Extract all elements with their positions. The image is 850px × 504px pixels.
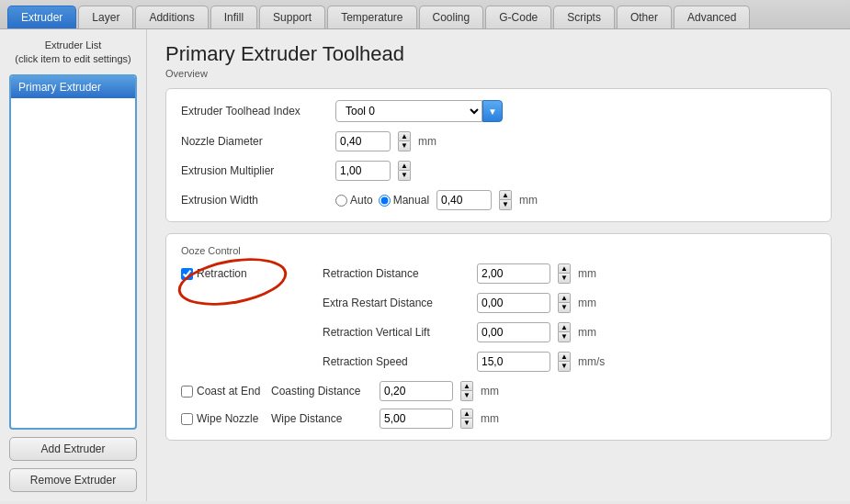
retraction-speed-up[interactable]: ▲: [558, 352, 571, 362]
wipe-distance-stepper[interactable]: ▲ ▼: [460, 409, 473, 429]
extrusion-multiplier-input[interactable]: [335, 161, 391, 181]
toolhead-index-row: Extruder Toolhead Index Tool 0 ▼: [181, 100, 816, 122]
wipe-nozzle-row: Wipe Nozzle Wipe Distance ▲ ▼ mm: [181, 409, 816, 429]
wipe-nozzle-checkbox[interactable]: [181, 413, 193, 425]
bottom-rows: Coast at End Coasting Distance ▲ ▼ mm Wi…: [181, 381, 816, 429]
wipe-distance-unit: mm: [481, 412, 499, 425]
retraction-vertical-up[interactable]: ▲: [558, 322, 571, 332]
extrusion-width-input[interactable]: [436, 190, 492, 210]
nozzle-diameter-label: Nozzle Diameter: [181, 135, 328, 148]
nozzle-diameter-down[interactable]: ▼: [398, 141, 411, 151]
retraction-vertical-row: Retraction Vertical Lift ▲ ▼ mm: [323, 322, 816, 342]
retraction-distance-label: Retraction Distance: [323, 267, 470, 280]
retraction-distance-unit: mm: [578, 267, 596, 280]
extra-restart-unit: mm: [578, 297, 596, 309]
nozzle-diameter-row: Nozzle Diameter ▲ ▼ mm: [181, 131, 816, 151]
extra-restart-down[interactable]: ▼: [558, 303, 571, 313]
extrusion-width-auto-label[interactable]: Auto: [335, 194, 373, 207]
retraction-speed-stepper[interactable]: ▲ ▼: [558, 352, 571, 372]
wipe-distance-up[interactable]: ▲: [460, 409, 473, 419]
tab-additions[interactable]: Additions: [135, 6, 208, 28]
tab-infill[interactable]: Infill: [210, 6, 257, 28]
wipe-distance-input[interactable]: [380, 409, 453, 429]
tab-support[interactable]: Support: [259, 6, 325, 28]
retraction-distance-down[interactable]: ▼: [558, 274, 571, 284]
add-extruder-button[interactable]: Add Extruder: [9, 437, 137, 461]
tab-extruder[interactable]: Extruder: [7, 6, 76, 28]
extrusion-width-manual-radio[interactable]: [379, 195, 391, 207]
tab-temperature[interactable]: Temperature: [327, 6, 416, 28]
extrusion-width-up[interactable]: ▲: [499, 190, 512, 200]
extrusion-multiplier-up[interactable]: ▲: [398, 161, 411, 171]
tab-advanced[interactable]: Advanced: [674, 6, 750, 28]
retraction-settings: Retraction Distance ▲ ▼ mm Extra Restart…: [323, 263, 816, 372]
ooze-control-card: Ooze Control Retraction Retraction Dista…: [165, 233, 832, 441]
remove-extruder-button[interactable]: Remove Extruder: [9, 468, 137, 492]
extra-restart-up[interactable]: ▲: [558, 293, 571, 303]
extruder-list: Primary Extruder: [9, 74, 137, 430]
coasting-distance-input[interactable]: [380, 381, 453, 401]
nozzle-diameter-input[interactable]: [335, 131, 391, 151]
extruder-item-primary[interactable]: Primary Extruder: [11, 76, 135, 98]
tab-layer[interactable]: Layer: [78, 6, 133, 28]
tab-scripts[interactable]: Scripts: [553, 6, 615, 28]
tab-other[interactable]: Other: [617, 6, 672, 28]
retraction-speed-unit: mm/s: [578, 355, 605, 368]
page-title: Primary Extruder Toolhead: [165, 42, 832, 66]
retraction-vertical-label: Retraction Vertical Lift: [323, 326, 470, 339]
tab-gcode[interactable]: G-Code: [485, 6, 551, 28]
retraction-speed-row: Retraction Speed ▲ ▼ mm/s: [323, 352, 816, 372]
extrusion-multiplier-row: Extrusion Multiplier ▲ ▼: [181, 161, 816, 181]
extrusion-width-auto-radio[interactable]: [335, 195, 347, 207]
wipe-nozzle-label[interactable]: Wipe Nozzle: [181, 412, 264, 425]
retraction-speed-down[interactable]: ▼: [558, 362, 571, 372]
retraction-checkbox[interactable]: [181, 268, 193, 280]
tab-cooling[interactable]: Cooling: [419, 6, 484, 28]
toolhead-index-select[interactable]: Tool 0 ▼: [335, 100, 503, 122]
coasting-distance-unit: mm: [481, 385, 499, 398]
coasting-distance-up[interactable]: ▲: [460, 381, 473, 391]
retraction-vertical-unit: mm: [578, 326, 596, 339]
toolhead-index-input[interactable]: Tool 0: [335, 100, 482, 122]
overview-card: Extruder Toolhead Index Tool 0 ▼ Nozzle …: [165, 88, 832, 222]
retraction-distance-input[interactable]: [477, 263, 550, 284]
extrusion-width-row: Extrusion Width Auto Manual ▲ ▼ m: [181, 190, 816, 210]
tab-bar: Extruder Layer Additions Infill Support …: [0, 0, 850, 29]
retraction-speed-input[interactable]: [477, 352, 550, 372]
retraction-vertical-stepper[interactable]: ▲ ▼: [558, 322, 571, 342]
retraction-distance-stepper[interactable]: ▲ ▼: [558, 263, 571, 284]
nozzle-diameter-stepper[interactable]: ▲ ▼: [398, 131, 411, 151]
coast-at-end-checkbox[interactable]: [181, 386, 193, 398]
retraction-checkbox-label[interactable]: Retraction: [181, 267, 247, 280]
extrusion-width-radio-group: Auto Manual: [335, 194, 429, 207]
nozzle-diameter-up[interactable]: ▲: [398, 131, 411, 141]
extra-restart-stepper[interactable]: ▲ ▼: [558, 293, 571, 313]
extruder-list-label: Extruder List (click item to edit settin…: [9, 39, 137, 67]
coasting-distance-label: Coasting Distance: [271, 385, 372, 398]
coast-at-end-row: Coast at End Coasting Distance ▲ ▼ mm: [181, 381, 816, 401]
content-panel: Primary Extruder Toolhead Overview Extru…: [147, 29, 850, 501]
overview-label: Overview: [165, 68, 832, 79]
wipe-distance-down[interactable]: ▼: [460, 419, 473, 429]
retraction-distance-up[interactable]: ▲: [558, 263, 571, 274]
extrusion-multiplier-stepper[interactable]: ▲ ▼: [398, 161, 411, 181]
extrusion-width-label: Extrusion Width: [181, 194, 328, 207]
ooze-section-label: Ooze Control: [181, 245, 816, 256]
extrusion-width-down[interactable]: ▼: [499, 200, 512, 210]
extrusion-multiplier-down[interactable]: ▼: [398, 171, 411, 181]
retraction-row: Retraction Retraction Distance ▲ ▼ mm: [181, 263, 816, 372]
coasting-distance-down[interactable]: ▼: [460, 391, 473, 401]
extrusion-width-manual-label[interactable]: Manual: [379, 194, 429, 207]
toolhead-index-label: Extruder Toolhead Index: [181, 105, 328, 118]
wipe-distance-label: Wipe Distance: [271, 412, 372, 425]
retraction-vertical-down[interactable]: ▼: [558, 332, 571, 342]
retraction-checkbox-area: Retraction: [181, 263, 300, 372]
toolhead-index-arrow[interactable]: ▼: [482, 100, 503, 122]
coast-at-end-label[interactable]: Coast at End: [181, 385, 264, 398]
extrusion-width-unit: mm: [519, 194, 538, 207]
coasting-distance-stepper[interactable]: ▲ ▼: [460, 381, 473, 401]
extrusion-multiplier-label: Extrusion Multiplier: [181, 164, 328, 177]
extra-restart-input[interactable]: [477, 293, 550, 313]
retraction-vertical-input[interactable]: [477, 322, 550, 342]
extrusion-width-stepper[interactable]: ▲ ▼: [499, 190, 512, 210]
